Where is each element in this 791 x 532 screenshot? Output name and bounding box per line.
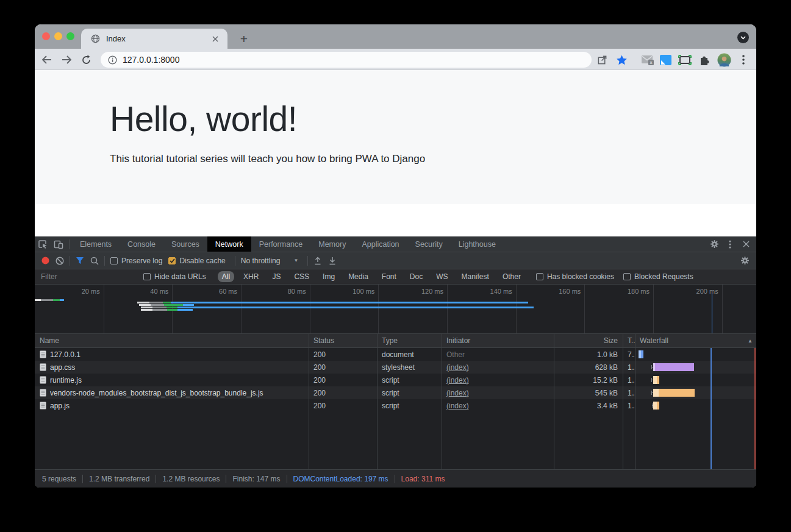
request-type: document bbox=[377, 350, 442, 359]
column-divider[interactable] bbox=[554, 334, 554, 469]
type-filter-js[interactable]: JS bbox=[268, 271, 285, 282]
type-filter-media[interactable]: Media bbox=[344, 271, 373, 282]
initiator-link[interactable]: (index) bbox=[446, 363, 469, 372]
extension-window-icon[interactable] bbox=[657, 51, 674, 68]
bookmark-star-button[interactable] bbox=[613, 51, 630, 68]
record-button[interactable] bbox=[41, 257, 49, 264]
gear-icon bbox=[740, 256, 750, 265]
address-bar[interactable]: 127.0.0.1:8000 bbox=[101, 52, 592, 68]
device-toolbar-button[interactable] bbox=[51, 237, 66, 252]
blocked-requests-checkbox[interactable]: Blocked Requests bbox=[623, 272, 693, 281]
search-button[interactable] bbox=[90, 257, 99, 265]
device-toolbar-icon bbox=[54, 239, 63, 249]
devtools-tab-network[interactable]: Network bbox=[207, 236, 251, 252]
initiator-link[interactable]: (index) bbox=[446, 376, 469, 385]
column-divider[interactable] bbox=[442, 334, 442, 469]
column-header-initiator[interactable]: Initiator bbox=[442, 334, 554, 347]
tab-close-icon[interactable] bbox=[210, 34, 220, 44]
hide-data-urls-checkbox[interactable]: Hide data URLs bbox=[143, 272, 206, 281]
column-header-waterfall[interactable]: Waterfall▲ bbox=[635, 334, 756, 347]
minimize-window-button[interactable] bbox=[54, 32, 62, 40]
file-icon bbox=[40, 389, 46, 397]
network-overview[interactable]: 20 ms40 ms60 ms80 ms100 ms120 ms140 ms16… bbox=[35, 285, 756, 334]
transferred-size: 1.2 MB transferred bbox=[89, 475, 149, 483]
waterfall-download-bar bbox=[657, 402, 659, 410]
tab-search-button[interactable] bbox=[737, 32, 749, 43]
request-size: 3.4 kB bbox=[554, 402, 623, 410]
zoom-window-button[interactable] bbox=[66, 32, 74, 40]
overview-request-bar-segment bbox=[164, 304, 182, 306]
has-blocked-cookies-checkbox[interactable]: Has blocked cookies bbox=[536, 272, 614, 281]
devtools-tab-security[interactable]: Security bbox=[407, 236, 451, 252]
import-har-button[interactable] bbox=[313, 257, 322, 265]
overview-request-bar-segment bbox=[171, 302, 528, 303]
filter-input[interactable] bbox=[40, 272, 140, 282]
devtools-tab-lighthouse[interactable]: Lighthouse bbox=[451, 236, 504, 252]
extension-screenshot-icon[interactable] bbox=[676, 51, 693, 68]
overview-request-bar-segment bbox=[183, 304, 194, 306]
forward-button[interactable] bbox=[59, 52, 74, 68]
type-filter-img[interactable]: Img bbox=[318, 271, 339, 282]
type-filter-css[interactable]: CSS bbox=[290, 271, 313, 282]
overview-tick-label: 180 ms bbox=[610, 288, 650, 295]
type-filter-all[interactable]: All bbox=[218, 271, 234, 282]
type-filter-doc[interactable]: Doc bbox=[406, 271, 427, 282]
devtools-settings-button[interactable] bbox=[706, 237, 722, 252]
throttling-select[interactable]: No throttling ▼ bbox=[241, 257, 299, 265]
checkbox-unchecked bbox=[536, 273, 543, 280]
network-filterbar: Hide data URLs AllXHRJSCSSImgMediaFontDo… bbox=[35, 269, 756, 285]
column-divider[interactable] bbox=[309, 334, 309, 469]
initiator-link[interactable]: (index) bbox=[446, 402, 469, 410]
type-filter-xhr[interactable]: XHR bbox=[239, 271, 263, 282]
devtools-close-button[interactable] bbox=[738, 237, 754, 252]
column-divider[interactable] bbox=[623, 334, 623, 469]
type-filter-other[interactable]: Other bbox=[498, 271, 525, 282]
column-header-status[interactable]: Status bbox=[309, 334, 377, 347]
table-row[interactable]: app.css200stylesheet(index)628 kB1… bbox=[35, 361, 756, 374]
waterfall-download-bar bbox=[659, 389, 695, 397]
profile-avatar[interactable] bbox=[715, 51, 732, 68]
browser-tab[interactable]: Index bbox=[81, 29, 227, 49]
column-divider[interactable] bbox=[377, 334, 378, 469]
devtools-tab-console[interactable]: Console bbox=[120, 236, 163, 252]
type-filter-manifest[interactable]: Manifest bbox=[457, 271, 493, 282]
devtools-tab-memory[interactable]: Memory bbox=[310, 236, 354, 252]
table-row[interactable]: 127.0.0.1200documentOther1.0 kB7… bbox=[35, 348, 756, 361]
column-header-name[interactable]: Name bbox=[35, 334, 309, 347]
devtools-tab-elements[interactable]: Elements bbox=[72, 236, 120, 252]
devtools-tab-performance[interactable]: Performance bbox=[251, 236, 311, 252]
column-header-t[interactable]: T.. bbox=[623, 334, 635, 347]
devtools-tab-sources[interactable]: Sources bbox=[163, 236, 207, 252]
preserve-log-checkbox[interactable]: Preserve log bbox=[110, 257, 162, 265]
funnel-icon bbox=[76, 257, 84, 264]
clear-button[interactable] bbox=[55, 257, 64, 265]
initiator-link[interactable]: (index) bbox=[446, 389, 469, 397]
table-row[interactable]: app.js200script(index)3.4 kB1… bbox=[35, 399, 756, 412]
table-row[interactable]: runtime.js200script(index)15.2 kB1… bbox=[35, 374, 756, 386]
type-filter-font[interactable]: Font bbox=[378, 271, 401, 282]
traffic-lights bbox=[42, 32, 74, 40]
table-row[interactable]: vendors-node_modules_bootstrap_dist_js_b… bbox=[35, 386, 756, 399]
inspect-element-button[interactable] bbox=[35, 237, 51, 252]
new-tab-button[interactable]: + bbox=[236, 31, 252, 47]
filter-toggle-button[interactable] bbox=[76, 257, 84, 264]
reload-button[interactable] bbox=[78, 52, 94, 68]
extensions-menu-button[interactable] bbox=[696, 51, 713, 68]
devtools-tab-application[interactable]: Application bbox=[354, 236, 407, 252]
close-window-button[interactable] bbox=[42, 32, 50, 40]
export-har-button[interactable] bbox=[328, 257, 337, 265]
column-header-type[interactable]: Type bbox=[377, 334, 442, 347]
type-filter-ws[interactable]: WS bbox=[432, 271, 452, 282]
column-divider[interactable] bbox=[635, 334, 635, 469]
devtools-menu-button[interactable] bbox=[722, 237, 738, 252]
back-button[interactable] bbox=[39, 52, 55, 68]
clear-icon bbox=[55, 257, 64, 265]
overview-gridline bbox=[310, 285, 310, 333]
column-header-size[interactable]: Size bbox=[554, 334, 623, 347]
send-to-device-button[interactable] bbox=[593, 51, 610, 68]
checkbox-unchecked bbox=[143, 273, 151, 280]
extension-mail-icon[interactable]: x bbox=[639, 51, 656, 68]
network-settings-button[interactable] bbox=[740, 256, 750, 265]
disable-cache-checkbox[interactable]: Disable cache bbox=[168, 257, 225, 265]
browser-menu-button[interactable] bbox=[735, 51, 752, 68]
